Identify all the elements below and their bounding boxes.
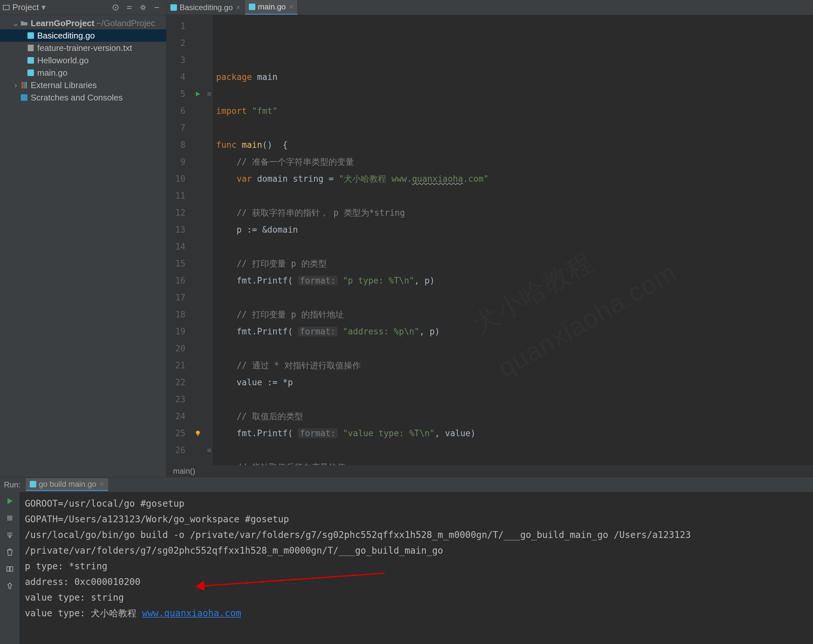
tree-file[interactable]: main.go [0,67,166,79]
code-line[interactable]: package main [216,69,813,86]
svg-rect-17 [30,481,36,487]
tree-root[interactable]: ⌄ LearnGoProject ~/GolandProjec [0,17,166,29]
run-gutter-icon[interactable] [195,91,201,97]
svg-rect-13 [170,4,177,11]
svg-rect-9 [21,82,23,89]
svg-rect-5 [28,32,34,39]
code-line[interactable]: // 取值后的类型 [216,408,813,425]
tree-file[interactable]: Helloworld.go [0,54,166,67]
code-line[interactable] [216,187,813,204]
project-tree[interactable]: ⌄ LearnGoProject ~/GolandProjec Basicedi… [0,15,166,106]
go-file-icon [30,481,36,487]
code-line[interactable] [216,86,813,102]
lib-icon [20,82,29,89]
run-header: Run: go build main.go × [0,477,813,492]
console-line: /private/var/folders/g7/sg02phc552qffxx1… [25,543,808,558]
editor-tab[interactable]: Basicediting.go × [167,0,245,15]
code-line[interactable]: func main() { [216,136,813,153]
tree-file[interactable]: feature-trainer-version.txt [0,42,166,54]
panel-title: Project [12,2,39,12]
pin-icon[interactable] [6,582,14,590]
code-line[interactable]: value := *p [216,374,813,391]
trash-icon[interactable] [6,548,14,556]
svg-point-2 [115,7,116,8]
console-link[interactable]: www.quanxiaoha.com [142,608,241,618]
run-tab[interactable]: go build main.go × [26,478,108,491]
code-line[interactable] [216,391,813,408]
console-line: p type: *string [25,558,808,574]
tab-label: main.go [258,2,286,11]
breadcrumb[interactable]: main() [167,465,813,477]
code-line[interactable]: // 通过 * 对指针进行取值操作 [216,357,813,374]
chevron-right-icon[interactable]: › [12,80,20,90]
tree-node-label: External Libraries [31,80,97,90]
breadcrumb-label: main() [173,467,195,476]
svg-rect-20 [10,567,13,571]
tree-file[interactable]: Basicediting.go [0,29,166,42]
code-line[interactable]: // 获取字符串的指针， p 类型为*string [216,204,813,221]
code-line[interactable]: // 打印变量 p 的指针地址 [216,306,813,323]
tree-file-label: Basicediting.go [37,31,95,41]
code-line[interactable] [216,119,813,136]
target-icon[interactable] [112,4,119,11]
svg-point-3 [142,6,144,9]
chevron-down-icon[interactable]: ▾ [41,2,46,12]
editor-body[interactable]: 1234567891011121314151617181920212223242… [167,15,813,465]
editor-tab[interactable]: main.go × [245,0,298,15]
console-line: GOPATH=/Users/a123123/Work/go_workspace … [25,512,808,527]
code-line[interactable]: fmt.Printf( format: "value type: %T\n", … [216,425,813,442]
svg-rect-14 [249,4,255,10]
code-line[interactable]: fmt.Printf( format: "address: %p\n", p) [216,323,813,340]
close-icon[interactable]: × [289,2,293,11]
go-file-icon [26,69,35,76]
console-output[interactable]: GOROOT=/usr/local/go #gosetupGOPATH=/Use… [20,492,813,644]
console-line: address: 0xc000010200 [25,574,808,590]
code-line[interactable]: fmt.Printf( format: "p type: %T\n", p) [216,272,813,289]
tree-root-label: LearnGoProject [31,18,94,28]
console-line: value type: 犬小哈教程 www.quanxiaoha.com [25,606,808,621]
chevron-down-icon[interactable]: ⌄ [12,18,20,28]
code-line[interactable]: // 指针取值后指向变量的值 [216,459,813,465]
code-line[interactable] [216,289,813,306]
code-line[interactable] [216,238,813,255]
text-file-icon [26,45,35,51]
code-line[interactable]: import "fmt" [216,102,813,119]
code-line[interactable] [216,340,813,357]
svg-rect-7 [28,57,34,64]
tree-scratches[interactable]: Scratches and Consoles [0,91,166,104]
down-icon[interactable] [6,531,14,539]
svg-rect-0 [3,5,9,10]
gutter-icons [190,15,206,465]
svg-rect-16 [197,434,199,436]
rerun-icon[interactable] [6,497,14,505]
project-header: Project ▾ [0,0,166,15]
code-line[interactable]: p := &domain [216,221,813,238]
editor-tab-bar: Basicediting.go × main.go × [167,0,813,15]
svg-rect-12 [21,94,28,101]
code-view[interactable]: 犬小哈教程 quanxiaoha.com package main import… [213,15,813,465]
stop-icon[interactable] [6,514,14,522]
svg-rect-10 [23,82,25,89]
layout-icon[interactable] [6,565,14,573]
tree-ext-libs[interactable]: › External Libraries [0,79,166,91]
svg-rect-4 [155,7,159,8]
console-toolbar [0,492,20,644]
tree-file-label: feature-trainer-version.txt [37,43,132,53]
code-line[interactable]: // 打印变量 p 的类型 [216,255,813,272]
close-icon[interactable]: × [100,480,104,489]
console-panel: GOROOT=/usr/local/go #gosetupGOPATH=/Use… [0,492,813,644]
svg-rect-19 [7,567,9,571]
code-line[interactable]: var domain string = "犬小哈教程 www.quanxiaoh… [216,170,813,187]
svg-rect-8 [28,69,34,76]
svg-rect-11 [26,82,27,89]
collapse-icon[interactable] [126,4,133,11]
code-line[interactable] [216,442,813,459]
intention-bulb-icon[interactable] [195,430,201,436]
gear-icon[interactable] [140,4,147,11]
code-line[interactable]: // 准备一个字符串类型的变量 [216,153,813,170]
editor-area: Basicediting.go × main.go × 123456789101… [167,0,813,477]
close-icon[interactable]: × [236,3,241,12]
svg-rect-6 [28,45,34,51]
hide-icon[interactable] [153,4,160,11]
console-line: GOROOT=/usr/local/go #gosetup [25,496,808,512]
